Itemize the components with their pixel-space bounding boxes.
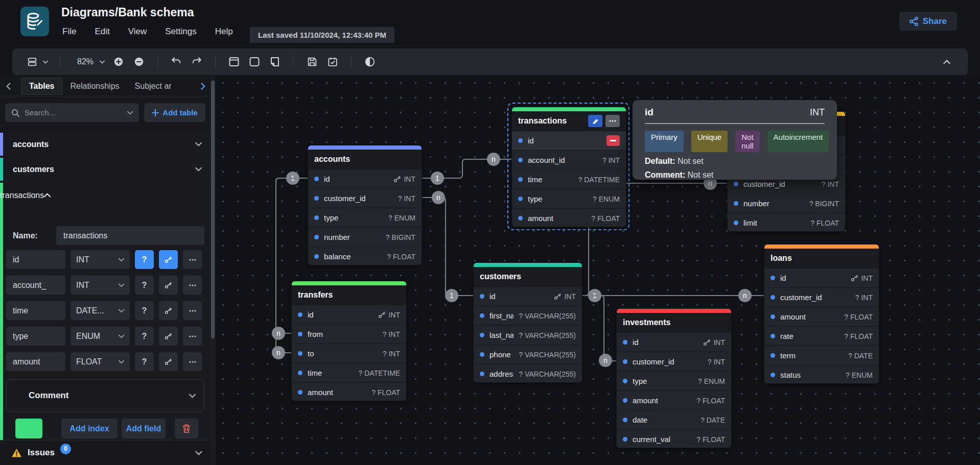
table-title[interactable]: transfers	[292, 285, 406, 305]
redo-icon[interactable]	[190, 55, 203, 68]
chevron-down-icon[interactable]	[195, 142, 202, 146]
table-field-row[interactable]: from? INT	[292, 324, 406, 344]
relationship-line[interactable]	[422, 198, 473, 296]
table-title[interactable]: accounts	[308, 150, 422, 169]
table-field-row[interactable]: type? ENUM	[308, 208, 422, 227]
toolbar-collapse-icon[interactable]	[940, 55, 953, 68]
table-field-row[interactable]: idINT	[308, 169, 422, 188]
table-transfers[interactable]: transfersidINTfrom? INTto? INTtime? DATE…	[291, 281, 407, 401]
table-title[interactable]: investments	[617, 313, 731, 332]
scrollbar-thumb[interactable]	[211, 81, 215, 338]
delete-table-button[interactable]	[175, 419, 198, 438]
table-field-row[interactable]: status? ENUM	[764, 365, 879, 384]
field-more-options-button[interactable]	[183, 352, 202, 371]
add-area-icon[interactable]	[248, 55, 261, 68]
delete-field-button[interactable]	[606, 135, 620, 146]
field-name-input[interactable]: id	[6, 250, 65, 269]
table-field-row[interactable]: customer_id? INT	[764, 287, 879, 307]
table-field-row[interactable]: time? DATETIME	[512, 169, 626, 189]
table-field-row[interactable]: current_val? FLOAT	[617, 429, 731, 448]
table-field-row[interactable]: term? DATE	[764, 346, 879, 365]
tabs-scroll-right-icon[interactable]	[201, 83, 205, 90]
comment-section[interactable]: Comment	[6, 379, 204, 412]
field-type-dropdown[interactable]: FLOAT	[71, 352, 130, 371]
add-index-button[interactable]: Add index	[61, 419, 118, 438]
sidebar-table-transactions-header[interactable]: transactions	[0, 183, 211, 208]
table-loans[interactable]: loansidINTcustomer_id? INTamount? FLOATr…	[764, 244, 879, 384]
field-type-dropdown[interactable]: INT	[71, 276, 130, 295]
menu-item-file[interactable]: File	[62, 27, 76, 37]
zoom-level-caret-icon[interactable]	[100, 60, 105, 64]
table-field-row[interactable]: balance? FLOAT	[308, 247, 422, 265]
table-field-row[interactable]: customer_id? INT	[308, 188, 422, 208]
panel-scrollbar[interactable]	[211, 76, 216, 465]
nullable-toggle[interactable]: ?	[135, 250, 154, 269]
table-title[interactable]: transactions	[512, 111, 626, 131]
add-note-icon[interactable]	[268, 55, 282, 68]
primary-key-toggle[interactable]	[159, 276, 178, 295]
field-name-input[interactable]: time	[6, 301, 65, 320]
add-table-icon[interactable]	[227, 55, 241, 68]
table-field-row[interactable]: amount? FLOAT	[764, 307, 879, 326]
view-options-icon[interactable]	[26, 55, 39, 68]
add-table-button[interactable]: Add table	[144, 103, 205, 122]
tab-subject-ar[interactable]: Subject ar	[127, 78, 176, 94]
table-color-swatch[interactable]	[15, 419, 42, 438]
table-field-row[interactable]: idINT	[474, 286, 582, 306]
table-field-row[interactable]: idINT	[617, 332, 731, 352]
table-transactions[interactable]: transactionsidaccount_id? INTtime? DATET…	[511, 107, 626, 227]
table-field-row[interactable]: id	[512, 131, 626, 150]
table-field-row[interactable]: amount? FLOAT	[617, 390, 731, 410]
field-name-input[interactable]: amount	[6, 352, 65, 371]
table-title[interactable]: loans	[764, 249, 879, 268]
table-field-row[interactable]: address? VARCHAR(255)	[474, 364, 582, 383]
table-field-row[interactable]: last_na...? VARCHAR(255)	[474, 325, 582, 345]
table-investments[interactable]: investmentsidINTcustomer_id? INTtype? EN…	[616, 308, 732, 448]
primary-key-toggle[interactable]	[159, 352, 178, 371]
table-field-row[interactable]: to? INT	[292, 344, 406, 363]
table-field-row[interactable]: number? BIGINT	[308, 227, 422, 247]
table-field-row[interactable]: type? ENUM	[617, 371, 731, 390]
table-field-row[interactable]: phone? VARCHAR(255)	[474, 345, 582, 364]
table-field-row[interactable]: date? DATE	[617, 410, 731, 429]
zoom-out-icon[interactable]	[132, 55, 146, 68]
field-more-options-button[interactable]	[183, 250, 202, 269]
table-name-input[interactable]: transactions	[56, 226, 204, 245]
menu-item-help[interactable]: Help	[215, 27, 233, 37]
table-search-input[interactable]: Search...	[5, 103, 139, 122]
view-options-caret-icon[interactable]	[43, 60, 48, 64]
table-field-row[interactable]: customer_id? INT	[617, 352, 731, 371]
todo-icon[interactable]	[326, 55, 339, 68]
chevron-up-icon[interactable]	[44, 193, 51, 198]
add-field-button[interactable]: Add field	[122, 419, 166, 438]
tab-relationships[interactable]: Relationships	[63, 78, 127, 94]
menu-item-settings[interactable]: Settings	[165, 27, 196, 37]
table-accounts[interactable]: accountsidINTcustomer_id? INTtype? ENUMn…	[308, 145, 422, 265]
field-type-dropdown[interactable]: ENUM	[71, 327, 130, 346]
share-button[interactable]: Share	[899, 12, 957, 31]
table-field-row[interactable]: first_na...? VARCHAR(255)	[474, 306, 582, 325]
chevron-down-icon[interactable]	[189, 394, 196, 398]
nullable-toggle[interactable]: ?	[135, 276, 154, 295]
chevron-down-icon[interactable]	[195, 451, 202, 455]
menu-item-edit[interactable]: Edit	[95, 27, 109, 37]
zoom-in-icon[interactable]	[112, 55, 125, 68]
table-title[interactable]: customers	[474, 267, 582, 286]
table-field-row[interactable]: amount? FLOAT	[512, 208, 626, 227]
table-field-row[interactable]: amount? FLOAT	[292, 382, 406, 401]
field-type-dropdown[interactable]: DATE...	[71, 301, 130, 320]
nullable-toggle[interactable]: ?	[135, 301, 154, 320]
edit-table-button[interactable]	[588, 115, 602, 127]
nullable-toggle[interactable]: ?	[135, 352, 154, 371]
table-field-row[interactable]: idINT	[292, 305, 406, 324]
field-name-input[interactable]: account_	[6, 276, 65, 295]
undo-icon[interactable]	[170, 55, 183, 68]
field-more-options-button[interactable]	[183, 327, 202, 346]
tabs-scroll-left-icon[interactable]	[6, 83, 11, 90]
table-field-row[interactable]: limit? FLOAT	[728, 213, 845, 232]
chevron-down-icon[interactable]	[195, 167, 202, 172]
field-type-dropdown[interactable]: INT	[71, 250, 130, 269]
nullable-toggle[interactable]: ?	[135, 327, 154, 346]
field-name-input[interactable]: type	[6, 327, 65, 346]
field-more-options-button[interactable]	[183, 301, 202, 320]
